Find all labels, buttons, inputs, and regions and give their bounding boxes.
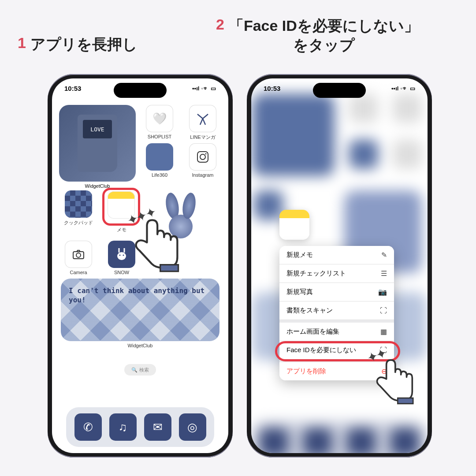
camera-icon	[65, 241, 92, 268]
battery-icon: ▭	[410, 85, 415, 92]
context-menu-overlay: 新規メモ ✎ 新規チェックリスト ☰ 新規写真 📷 書類をスキャン ⛶ ホーム画…	[279, 210, 394, 380]
app-snow[interactable]: SNOW	[102, 241, 141, 275]
wifi-icon: ◦ᯤ	[400, 85, 408, 92]
dock-mail[interactable]: ✉	[144, 413, 171, 441]
mail-icon: ✉	[153, 420, 163, 434]
step-2-label: 2 「Face IDを必要にしない」 をタップ	[216, 16, 419, 55]
step-2-number: 2	[216, 16, 224, 33]
instagram-label: Instagram	[183, 172, 222, 178]
signal-icon: ••ıl	[192, 85, 199, 92]
status-time: 10:53	[64, 85, 81, 92]
step-2-text: 「Face IDを必要にしない」 をタップ	[229, 16, 419, 55]
svg-point-1	[200, 154, 205, 160]
status-time: 10:53	[264, 85, 280, 92]
memo-highlight	[102, 188, 140, 226]
compose-icon: ✎	[381, 251, 387, 259]
menu-no-faceid[interactable]: Face IDを必要にしない ⛶	[279, 341, 394, 360]
wifi-icon: ◦ᯤ	[201, 85, 209, 92]
menu-scan-doc[interactable]: 書類をスキャン ⛶	[279, 301, 394, 320]
menu-new-checklist[interactable]: 新規チェックリスト ☰	[279, 264, 394, 283]
status-indicators: ••ıl ◦ᯤ ▭	[192, 85, 216, 92]
app-instagram[interactable]: Instagram	[183, 143, 222, 178]
menu-new-memo[interactable]: 新規メモ ✎	[279, 246, 394, 264]
memo-icon[interactable]	[279, 210, 309, 240]
notch-icon	[114, 83, 167, 98]
checklist-icon: ☰	[381, 269, 387, 278]
app-life360[interactable]: Life360	[140, 143, 179, 178]
apps-icon: ▦	[380, 327, 387, 336]
gameboy-icon	[78, 115, 117, 172]
camera-label: Camera	[59, 270, 98, 275]
menu-label: ホーム画面を編集	[286, 327, 339, 336]
scan-icon: ⛶	[380, 307, 387, 315]
dock: ✆ ♫ ✉ ◎	[66, 407, 214, 447]
app-linemanga[interactable]: LINEマンガ	[183, 105, 222, 141]
svg-rect-0	[197, 152, 208, 162]
quilt-widget[interactable]: I can't think about anything but you!	[61, 279, 219, 341]
memo-icon	[108, 191, 135, 219]
menu-label: 新規メモ	[286, 251, 313, 259]
quilt-text: I can't think about anything but you!	[69, 286, 205, 304]
shoplist-label: SHOPLIST	[140, 134, 179, 139]
cookpad-label: クックパッド	[59, 219, 98, 226]
phone-icon: ✆	[83, 420, 93, 434]
svg-point-5	[117, 252, 126, 260]
svg-point-7	[123, 255, 124, 256]
phone-right: 10:53 ••ıl ◦ᯤ ▭ 新規メモ ✎ 新規チェックリスト ☰ 新規写真	[247, 74, 432, 457]
instagram-icon	[189, 143, 216, 171]
faceid-icon: ⛶	[380, 346, 387, 354]
step-1-text: アプリを長押し	[30, 34, 138, 54]
context-menu: 新規メモ ✎ 新規チェックリスト ☰ 新規写真 📷 書類をスキャン ⛶ ホーム画…	[279, 246, 394, 380]
menu-delete-app[interactable]: アプリを削除 ⊖	[279, 360, 394, 380]
svg-point-4	[76, 253, 81, 257]
snow-label: SNOW	[102, 270, 141, 275]
dock-compass[interactable]: ◎	[179, 413, 206, 441]
screen-right: 10:53 ••ıl ◦ᯤ ▭ 新規メモ ✎ 新規チェックリスト ☰ 新規写真	[251, 78, 428, 453]
step-1-label: 1 アプリを長押し	[18, 34, 138, 54]
cookpad-icon	[65, 190, 92, 218]
phone-left: 10:53 ••ıl ◦ᯤ ▭ WidgetClub 🤍	[48, 74, 233, 457]
camera-icon: 📷	[378, 288, 387, 296]
menu-label: 新規写真	[286, 288, 313, 296]
menu-label: Face IDを必要にしない	[286, 346, 356, 354]
svg-point-6	[119, 255, 121, 256]
life360-icon	[146, 143, 173, 171]
heart-icon: 🤍	[146, 105, 173, 132]
search-label: 検索	[139, 367, 149, 373]
app-camera[interactable]: Camera	[59, 241, 98, 275]
balloon-widget[interactable]	[145, 190, 216, 265]
delete-icon: ⊖	[381, 367, 387, 376]
battery-icon: ▭	[211, 85, 216, 92]
status-indicators: ••ıl ◦ᯤ ▭	[391, 85, 415, 92]
home-screen[interactable]: WidgetClub 🤍 SHOPLIST LINEマンガ	[59, 105, 221, 453]
menu-edit-home[interactable]: ホーム画面を編集 ▦	[279, 320, 394, 341]
ribbon-icon	[189, 105, 216, 132]
balloon-bunny-icon	[161, 197, 201, 259]
memo-label: メモ	[102, 227, 141, 233]
search-icon: 🔍	[131, 367, 138, 373]
dock-phone[interactable]: ✆	[74, 413, 102, 441]
quilt-label: WidgetClub	[59, 343, 221, 348]
svg-point-2	[205, 153, 207, 155]
menu-label: 書類をスキャン	[286, 306, 333, 315]
dock-music[interactable]: ♫	[109, 413, 137, 441]
signal-icon: ••ıl	[391, 85, 398, 92]
search-pill[interactable]: 🔍 検索	[124, 364, 156, 376]
menu-label: アプリを削除	[286, 367, 326, 376]
life360-label: Life360	[140, 172, 179, 178]
menu-label: 新規チェックリスト	[286, 269, 346, 278]
notch-icon	[313, 83, 366, 98]
linemanga-label: LINEマンガ	[183, 134, 222, 141]
screen-left: 10:53 ••ıl ◦ᯤ ▭ WidgetClub 🤍	[52, 78, 228, 453]
snow-icon	[108, 241, 135, 268]
widgetclub-widget[interactable]	[59, 105, 136, 182]
compass-icon: ◎	[187, 420, 197, 434]
app-shoplist[interactable]: 🤍 SHOPLIST	[140, 105, 179, 141]
menu-new-photo[interactable]: 新規写真 📷	[279, 283, 394, 301]
music-icon: ♫	[119, 420, 127, 434]
step-1-number: 1	[18, 34, 26, 52]
